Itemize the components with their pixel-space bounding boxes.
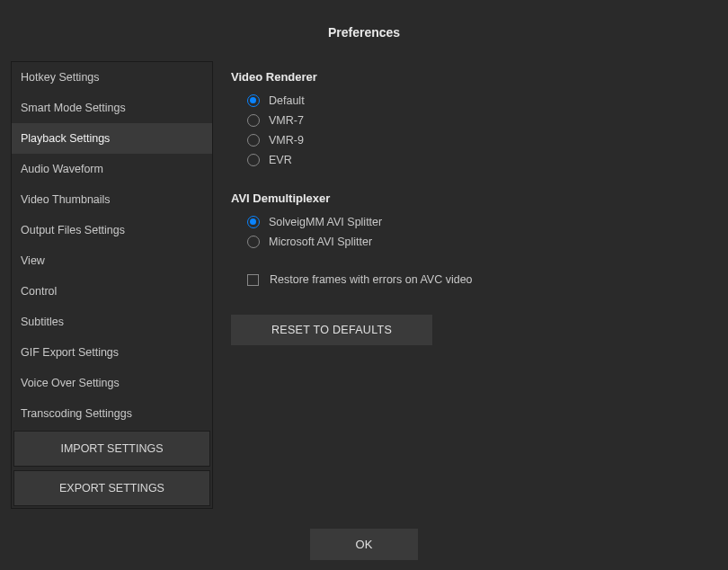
radio-option-vmr7[interactable]: VMR-7 [247, 114, 717, 127]
video-renderer-group: Default VMR-7 VMR-9 EVR [231, 94, 717, 166]
checkbox-icon [247, 274, 259, 286]
checkbox-label: Restore frames with errors on AVC video [270, 273, 473, 286]
radio-label: EVR [269, 154, 292, 166]
radio-icon [247, 236, 260, 248]
import-settings-button[interactable]: IMPORT SETTINGS [13, 431, 210, 467]
content-area: Hotkey Settings Smart Mode Settings Play… [0, 61, 728, 509]
restore-frames-checkbox-row[interactable]: Restore frames with errors on AVC video [231, 273, 717, 286]
sidebar-item-control[interactable]: Control [12, 276, 212, 307]
reset-to-defaults-button[interactable]: RESET TO DEFAULTS [231, 315, 432, 345]
radio-option-default[interactable]: Default [247, 94, 717, 107]
radio-option-microsoft-splitter[interactable]: Microsoft AVI Splitter [247, 236, 717, 248]
radio-label: VMR-7 [269, 114, 304, 127]
radio-option-evr[interactable]: EVR [247, 154, 717, 166]
sidebar-item-transcoding-settings[interactable]: Transcoding Settinggs [12, 398, 212, 429]
sidebar-item-voice-over-settings[interactable]: Voice Over Settings [12, 368, 212, 398]
radio-icon [247, 94, 260, 107]
radio-icon [247, 134, 260, 147]
sidebar-item-hotkey-settings[interactable]: Hotkey Settings [12, 62, 212, 93]
radio-option-solveigmm-splitter[interactable]: SolveigMM AVI Splitter [247, 216, 717, 228]
sidebar: Hotkey Settings Smart Mode Settings Play… [11, 61, 213, 509]
sidebar-item-playback-settings[interactable]: Playback Settings [12, 123, 212, 154]
footer: OK [0, 509, 728, 570]
radio-label: SolveigMM AVI Splitter [269, 216, 382, 228]
radio-icon [247, 154, 260, 166]
radio-option-vmr9[interactable]: VMR-9 [247, 134, 717, 147]
sidebar-item-subtitles[interactable]: Subtitles [12, 307, 212, 337]
radio-label: Microsoft AVI Splitter [269, 236, 372, 248]
ok-button[interactable]: OK [310, 529, 418, 560]
sidebar-item-gif-export-settings[interactable]: GIF Export Settings [12, 337, 212, 368]
main-panel: Video Renderer Default VMR-7 VMR-9 EVR [231, 61, 717, 509]
sidebar-item-smart-mode-settings[interactable]: Smart Mode Settings [12, 93, 212, 123]
export-settings-button[interactable]: EXPORT SETTINGS [13, 470, 210, 506]
avi-demultiplexer-group: SolveigMM AVI Splitter Microsoft AVI Spl… [231, 216, 717, 248]
sidebar-item-view[interactable]: View [12, 245, 212, 276]
radio-icon [247, 216, 260, 228]
sidebar-list: Hotkey Settings Smart Mode Settings Play… [12, 62, 212, 429]
radio-label: VMR-9 [269, 134, 304, 147]
radio-label: Default [269, 94, 305, 107]
sidebar-buttons: IMPORT SETTINGS EXPORT SETTINGS [12, 429, 212, 508]
radio-icon [247, 114, 260, 127]
avi-demultiplexer-title: AVI Demultiplexer [231, 191, 717, 205]
sidebar-item-audio-waveform[interactable]: Audio Waveform [12, 154, 212, 184]
sidebar-item-video-thumbnails[interactable]: Video Thumbnails [12, 184, 212, 215]
video-renderer-title: Video Renderer [231, 70, 717, 84]
dialog-title: Preferences [0, 0, 728, 61]
sidebar-item-output-files-settings[interactable]: Output Files Settings [12, 215, 212, 245]
